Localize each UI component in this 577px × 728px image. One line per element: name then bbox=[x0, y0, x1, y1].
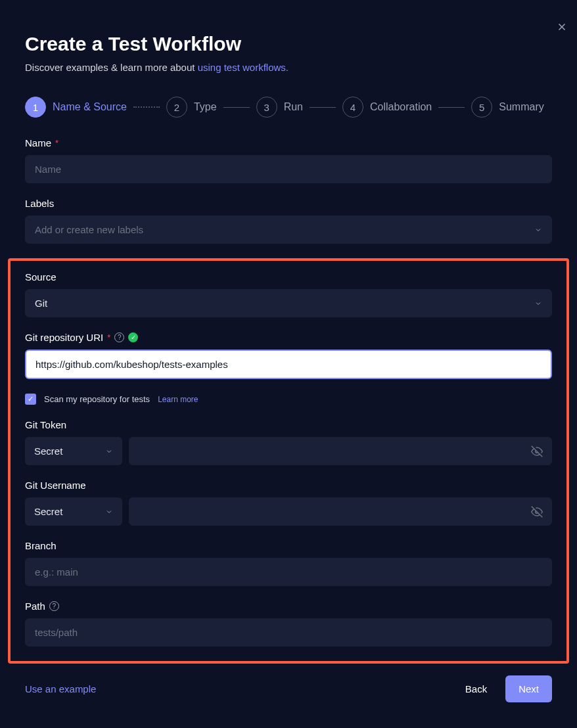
next-button[interactable]: Next bbox=[505, 675, 552, 702]
name-label: Name* bbox=[25, 137, 552, 148]
close-icon[interactable] bbox=[556, 21, 568, 33]
git-token-group: Git Token Secret bbox=[25, 419, 552, 465]
chevron-down-icon bbox=[534, 226, 542, 234]
name-group: Name* bbox=[25, 137, 552, 183]
source-highlight-box: Source Git Git repository URI * ? ✓ ✓ Sc… bbox=[8, 258, 569, 664]
scan-repo-checkbox[interactable]: ✓ bbox=[25, 394, 36, 405]
help-icon[interactable]: ? bbox=[49, 601, 59, 611]
scan-repo-row: ✓ Scan my repository for tests Learn mor… bbox=[25, 394, 552, 405]
git-uri-label: Git repository URI * ? ✓ bbox=[25, 332, 552, 343]
use-an-example-link[interactable]: Use an example bbox=[25, 683, 96, 694]
back-button[interactable]: Back bbox=[460, 677, 492, 701]
source-select[interactable]: Git bbox=[25, 289, 552, 317]
step-name-source[interactable]: 1 Name & Source bbox=[25, 97, 127, 118]
git-token-label: Git Token bbox=[25, 419, 552, 430]
step-collaboration[interactable]: 4 Collaboration bbox=[342, 97, 432, 118]
path-label: Path ? bbox=[25, 601, 552, 612]
help-icon[interactable]: ? bbox=[114, 332, 124, 342]
git-username-input[interactable] bbox=[129, 497, 552, 526]
chevron-down-icon bbox=[105, 508, 113, 516]
page-title: Create a Test Workflow bbox=[25, 33, 552, 55]
source-label: Source bbox=[25, 271, 552, 283]
git-username-mode-select[interactable]: Secret bbox=[25, 497, 122, 526]
scan-learn-more-link[interactable]: Learn more bbox=[158, 395, 198, 404]
git-username-group: Git Username Secret bbox=[25, 480, 552, 526]
create-test-workflow-modal: Create a Test Workflow Discover examples… bbox=[0, 4, 577, 728]
branch-input[interactable] bbox=[25, 558, 552, 586]
git-uri-group: Git repository URI * ? ✓ bbox=[25, 332, 552, 379]
scan-repo-label: Scan my repository for tests bbox=[44, 394, 150, 404]
step-run[interactable]: 3 Run bbox=[256, 97, 303, 118]
path-group: Path ? bbox=[25, 601, 552, 647]
labels-label: Labels bbox=[25, 198, 552, 209]
eye-off-icon[interactable] bbox=[531, 506, 543, 518]
step-summary[interactable]: 5 Summary bbox=[471, 97, 543, 118]
labels-group: Labels Add or create new labels bbox=[25, 198, 552, 244]
step-separator bbox=[223, 107, 250, 108]
git-token-mode-select[interactable]: Secret bbox=[25, 437, 122, 465]
step-separator bbox=[310, 107, 336, 108]
chevron-down-icon bbox=[534, 300, 542, 307]
branch-label: Branch bbox=[25, 540, 552, 551]
git-token-input[interactable] bbox=[129, 437, 552, 465]
git-uri-input[interactable] bbox=[25, 350, 552, 379]
page-subtitle: Discover examples & learn more about usi… bbox=[25, 62, 552, 73]
git-username-label: Git Username bbox=[25, 480, 552, 491]
path-input[interactable] bbox=[25, 618, 552, 647]
step-separator bbox=[133, 106, 160, 108]
check-circle-icon: ✓ bbox=[128, 332, 138, 342]
using-test-workflows-link[interactable]: using test workflows. bbox=[198, 62, 288, 73]
eye-off-icon[interactable] bbox=[531, 445, 543, 457]
step-separator bbox=[438, 107, 465, 108]
source-group: Source Git bbox=[25, 271, 552, 317]
wizard-steps: 1 Name & Source 2 Type 3 Run 4 Collabora… bbox=[25, 97, 552, 118]
modal-footer: Use an example Back Next bbox=[25, 675, 552, 702]
step-type[interactable]: 2 Type bbox=[166, 97, 217, 118]
branch-group: Branch bbox=[25, 540, 552, 586]
labels-select[interactable]: Add or create new labels bbox=[25, 216, 552, 244]
name-input[interactable] bbox=[25, 155, 552, 183]
chevron-down-icon bbox=[105, 447, 113, 455]
